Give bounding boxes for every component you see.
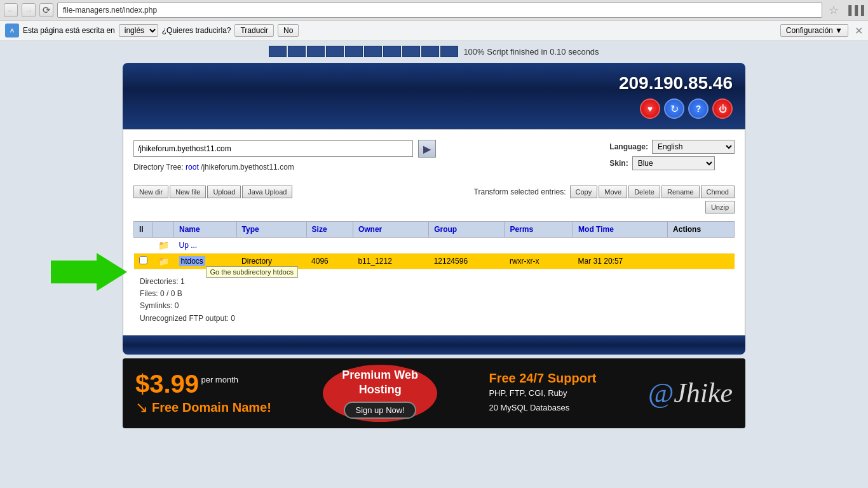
- row-name-cell[interactable]: htdocs Go the subdirectory htdocs: [174, 254, 237, 269]
- reload-button[interactable]: ⟳: [39, 3, 53, 17]
- table-row: 📁 htdocs Go the subdirectory htdocs Dire…: [134, 254, 735, 269]
- path-bar: ▶: [133, 140, 597, 158]
- select-all-header: ll: [134, 222, 153, 238]
- path-go-button[interactable]: ▶: [418, 140, 436, 158]
- written-in-text: Esta página está escrita en: [23, 26, 115, 35]
- htdocs-tooltip: Go the subdirectory htdocs: [206, 266, 298, 278]
- type-header[interactable]: Type: [236, 222, 306, 238]
- row-icon-cell: 📁: [153, 254, 174, 269]
- ad-support-details: PHP, FTP, CGI, Ruby20 MySQL Databases: [489, 386, 596, 416]
- signal-icon: ▐▐▐: [845, 5, 864, 15]
- mod-time-header[interactable]: Mod Time: [573, 222, 668, 238]
- header-right: 209.190.85.46 ♥ ↻ ? ⏻: [619, 73, 733, 119]
- progress-blocks: [269, 46, 458, 57]
- ad-support-section: Free 24/7 Support PHP, FTP, CGI, Ruby20 …: [489, 371, 596, 416]
- ad-dollar: $3.99: [135, 370, 199, 398]
- row-checkbox-cell[interactable]: [134, 254, 153, 269]
- owner-header[interactable]: Owner: [353, 222, 428, 238]
- server-ip: 209.190.85.46: [619, 73, 733, 93]
- skin-row: Skin: Blue: [609, 156, 735, 170]
- perms-header[interactable]: Perms: [505, 222, 573, 238]
- transform-row2: Unzip: [705, 201, 735, 214]
- progress-section: 100% Script finished in 0.10 seconds: [0, 41, 868, 63]
- language-skin-section: Language: English Skin: Blue: [609, 140, 735, 170]
- ad-price-display: $3.99 per month: [135, 370, 271, 398]
- folder-icon: 📁: [158, 256, 169, 266]
- skin-label: Skin:: [609, 159, 628, 168]
- translation-bar: A Esta página está escrita en inglés ¿Qu…: [0, 21, 868, 41]
- row-actions-cell: [668, 254, 735, 269]
- unzip-button[interactable]: Unzip: [705, 201, 735, 214]
- name-header[interactable]: Name: [174, 222, 237, 238]
- browser-chrome: ← → ⟳ file-managers.net/index.php ☆ ▐▐▐: [0, 0, 868, 21]
- stat-unrecognized: Unrecognized FTP output: 0: [140, 313, 735, 325]
- power-button[interactable]: ⏻: [712, 98, 733, 119]
- new-file-button[interactable]: New file: [170, 186, 206, 198]
- file-manager-header: 209.190.85.46 ♥ ↻ ? ⏻: [123, 63, 745, 129]
- language-row: Language: English: [609, 140, 735, 154]
- row-size-cell: [306, 238, 353, 254]
- help-icon: ?: [696, 104, 702, 114]
- progress-block: [269, 46, 287, 57]
- go-icon: ▶: [423, 143, 431, 155]
- ad-arrow-down: ↘: [135, 398, 148, 416]
- help-button[interactable]: ?: [688, 98, 709, 119]
- ad-price-section: $3.99 per month ↘ Free Domain Name!: [135, 370, 271, 416]
- forward-button[interactable]: →: [22, 3, 36, 17]
- ad-branding: @Jhike: [648, 377, 733, 409]
- fm-stats: Directories: 1 Files: 0 / 0 B Symlinks: …: [133, 276, 735, 325]
- ad-support-title: Free 24/7 Support: [489, 371, 596, 386]
- row-owner-cell: b11_1212: [353, 254, 428, 269]
- directory-tree: Directory Tree: root /jhikeforum.byethos…: [133, 163, 597, 172]
- row-size-cell: 4096: [306, 254, 353, 269]
- stat-files: Files: 0 / 0 B: [140, 288, 735, 300]
- language-select[interactable]: English: [652, 140, 735, 154]
- url-text: file-managers.net/index.php: [63, 6, 157, 15]
- refresh-icon: ↻: [670, 103, 679, 115]
- main-content: 209.190.85.46 ♥ ↻ ? ⏻: [123, 63, 745, 355]
- ad-free-domain: Free Domain Name!: [152, 400, 271, 415]
- path-section: ▶ Directory Tree: root /jhikeforum.byeth…: [133, 140, 597, 179]
- ad-premium-section: Premium Web Hosting Sign up Now!: [323, 365, 437, 422]
- new-dir-button[interactable]: New dir: [133, 186, 168, 198]
- java-upload-button[interactable]: Java Upload: [242, 186, 292, 198]
- skin-select[interactable]: Blue: [632, 156, 715, 170]
- row-perms-cell: rwxr-xr-x: [505, 254, 573, 269]
- rename-button[interactable]: Rename: [661, 186, 700, 198]
- progress-block: [326, 46, 344, 57]
- config-button[interactable]: Configuración ▼: [780, 24, 848, 37]
- row-modtime-cell: [573, 238, 668, 254]
- size-header[interactable]: Size: [306, 222, 353, 238]
- table-header-row: ll Name Type Size Owner Group Perms Mod …: [134, 222, 735, 238]
- row-modtime-cell: Mar 31 20:57: [573, 254, 668, 269]
- refresh-button[interactable]: ↻: [664, 98, 684, 119]
- up-link: Up ...: [179, 241, 198, 250]
- row-checkbox-cell: [134, 238, 153, 254]
- fm-top-section: ▶ Directory Tree: root /jhikeforum.byeth…: [133, 140, 735, 179]
- language-dropdown[interactable]: inglés: [119, 24, 158, 37]
- progress-block: [421, 46, 439, 57]
- bookmark-icon: ☆: [829, 3, 839, 17]
- upload-button[interactable]: Upload: [207, 186, 241, 198]
- row-checkbox[interactable]: [139, 256, 147, 264]
- no-button[interactable]: No: [278, 24, 299, 37]
- move-button[interactable]: Move: [599, 186, 627, 198]
- chmod-button[interactable]: Chmod: [701, 186, 735, 198]
- heart-button[interactable]: ♥: [640, 98, 660, 119]
- sign-up-button[interactable]: Sign up Now!: [344, 402, 416, 419]
- group-header[interactable]: Group: [429, 222, 505, 238]
- root-link[interactable]: root: [186, 163, 199, 172]
- power-icon: ⏻: [719, 104, 727, 114]
- delete-button[interactable]: Delete: [628, 186, 660, 198]
- path-input[interactable]: [133, 140, 413, 157]
- copy-button[interactable]: Copy: [570, 186, 598, 198]
- progress-block: [440, 46, 458, 57]
- translate-button[interactable]: Traducir: [234, 24, 274, 37]
- close-translation-icon[interactable]: ✕: [855, 25, 863, 37]
- row-icon-cell: 📁: [153, 238, 174, 254]
- back-button[interactable]: ←: [4, 3, 18, 17]
- row-name-cell[interactable]: Up ...: [174, 238, 237, 254]
- ad-premium-title: Premium Web Hosting: [323, 368, 437, 398]
- progress-block: [288, 46, 306, 57]
- file-table-wrapper: ll Name Type Size Owner Group Perms Mod …: [133, 221, 735, 325]
